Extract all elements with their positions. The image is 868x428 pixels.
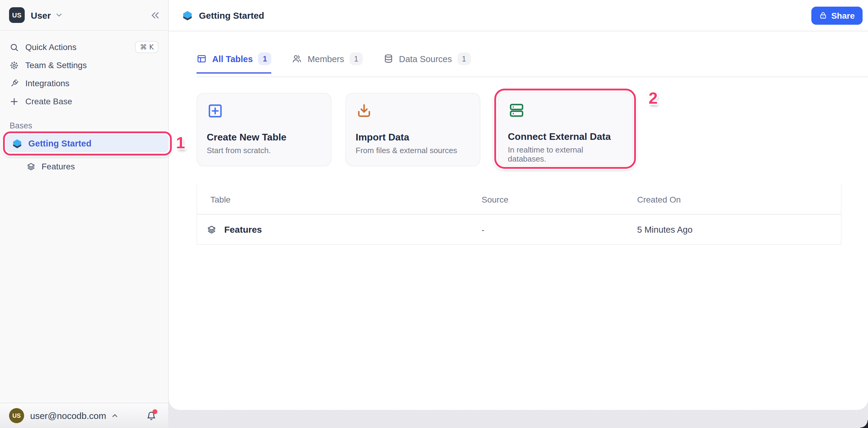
bases-section-label: Bases [10,121,168,130]
card-title: Import Data [355,132,470,143]
card-title: Connect External Data [508,131,622,142]
import-data-card[interactable]: Import Data From files & external source… [345,93,480,166]
base-logo-icon [182,10,193,21]
plus-icon [10,97,19,106]
base-logo-icon [12,139,22,149]
notifications-bell-icon[interactable] [147,411,156,421]
share-button-label: Share [831,10,855,20]
chevron-up-icon[interactable] [111,412,119,420]
plug-icon [10,79,19,88]
sidebar-menu: Quick Actions ⌘ K Team & Settings Integr… [0,31,168,110]
tables-list-header: Table Source Created On [197,184,841,215]
workspace-header[interactable]: US User [0,0,168,31]
table-layers-icon [27,162,36,171]
action-cards: Create New Table Start from scratch. Imp… [196,87,868,170]
square-plus-icon [207,102,321,119]
sidebar-footer: US user@nocodb.com [0,403,168,428]
tab-count-badge: 1 [457,53,470,65]
tab-label: Members [308,54,344,64]
tab-count-badge: 1 [258,53,272,65]
server-stack-icon [508,101,622,118]
sidebar: US User Quick Actions ⌘ K Team & S [0,0,169,428]
database-icon [383,54,394,64]
column-header-table: Table [197,194,468,204]
tab-bar: All Tables 1 Members 1 Dat [196,53,868,77]
main-area: Getting Started Share All Tables 1 [169,0,868,428]
tab-all-tables[interactable]: All Tables 1 [196,53,272,73]
gear-icon [10,61,19,70]
share-button[interactable]: Share [811,6,863,24]
tab-data-sources[interactable]: Data Sources 1 [383,53,471,73]
sidebar-table-features[interactable]: Features [5,158,164,175]
sidebar-item-label: Quick Actions [25,42,76,52]
card-subtitle: From files & external sources [355,146,470,155]
sidebar-item-integrations[interactable]: Integrations [5,74,163,92]
main-panel: Getting Started Share All Tables 1 [169,0,868,410]
create-new-table-card[interactable]: Create New Table Start from scratch. [196,93,332,166]
tutorial-step-number-1: 1 [176,134,185,153]
table-row-name-cell: Features [197,224,468,235]
search-icon [10,42,19,52]
column-header-source: Source [468,194,624,204]
sidebar-table-label: Features [41,161,75,171]
connect-external-data-card[interactable]: Connect External Data In realtime to ext… [498,92,632,165]
tutorial-highlight-box-1: Getting Started [3,131,172,155]
page-title: Getting Started [199,10,264,21]
sidebar-collapse-icon[interactable] [151,10,160,20]
chevron-down-icon [55,11,64,19]
card-subtitle: In realtime to external databases. [508,145,622,163]
table-layers-icon [207,224,216,234]
tutorial-highlight-box-2: Connect External Data In realtime to ext… [494,89,636,169]
sidebar-item-label: Team & Settings [25,60,87,70]
card-title: Create New Table [207,132,321,143]
lock-icon [819,11,827,19]
topbar: Getting Started Share [169,0,868,31]
workspace-avatar: US [9,7,25,23]
app-window: US User Quick Actions ⌘ K Team & S [0,0,868,428]
sidebar-item-create-base[interactable]: Create Base [5,92,163,110]
import-download-icon [355,102,470,119]
notification-dot [153,409,157,414]
shortcut-badge: ⌘ K [135,41,158,53]
tab-label: All Tables [212,54,253,64]
tutorial-step-number-2: 2 [649,89,658,108]
tables-list: Table Source Created On Features - 5 Min… [196,184,841,245]
window-corner [860,420,868,428]
table-grid-icon [196,54,207,64]
user-avatar[interactable]: US [9,408,24,423]
tab-members[interactable]: Members 1 [292,53,363,73]
tab-count-badge: 1 [350,53,363,65]
table-row-name: Features [224,224,262,235]
workspace-name: User [31,10,51,20]
user-email: user@nocodb.com [30,410,106,421]
sidebar-item-team-settings[interactable]: Team & Settings [5,56,163,74]
sidebar-item-label: Create Base [25,96,72,106]
base-name: Getting Started [28,139,91,148]
table-row-source: - [468,224,624,234]
users-icon [292,54,302,64]
sidebar-item-quick-actions[interactable]: Quick Actions ⌘ K [5,38,163,56]
base-dashboard: All Tables 1 Members 1 Dat [169,53,868,245]
column-header-created-on: Created On [624,194,841,204]
sidebar-base-getting-started[interactable]: Getting Started [6,134,169,153]
card-subtitle: Start from scratch. [207,146,321,155]
tab-label: Data Sources [399,54,452,64]
table-row-created-on: 5 Minutes Ago [624,224,841,234]
sidebar-item-label: Integrations [25,79,69,88]
table-row[interactable]: Features - 5 Minutes Ago [197,215,841,245]
